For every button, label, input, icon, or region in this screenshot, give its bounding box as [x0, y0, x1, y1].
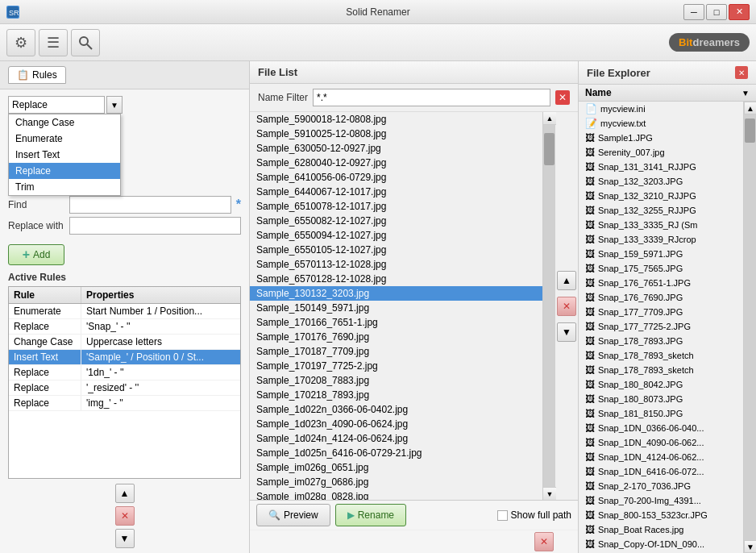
explorer-item[interactable]: 🖼Snap_178_7893_sketch — [579, 363, 743, 377]
explorer-item[interactable]: 🖼Snap_Copy-Of-1DN_090... — [579, 537, 743, 551]
explorer-item[interactable]: 🖼Serenity_007.jpg — [579, 145, 743, 160]
file-delete-button[interactable]: ✕ — [557, 297, 576, 316]
file-list-scrollbar[interactable]: ▲ ▼ — [542, 112, 555, 500]
explorer-scroll-down[interactable]: ▼ — [744, 540, 756, 553]
minimize-button[interactable]: ─ — [683, 4, 704, 20]
file-list-item[interactable]: Sample_170218_7893.jpg — [250, 388, 542, 402]
maximize-button[interactable]: □ — [706, 4, 727, 20]
explorer-item[interactable]: 🖼Snap_131_3141_RJJPG — [579, 160, 743, 174]
rules-table-row[interactable]: Change CaseUppercase letters — [9, 335, 240, 350]
file-list-item[interactable]: Sample_6510078-12-1017.jpg — [250, 199, 542, 214]
dropdown-item-replace[interactable]: Replace — [9, 163, 120, 179]
file-list-item[interactable]: Sample_6570113-12-1028.jpg — [250, 257, 542, 272]
preview-button[interactable]: 🔍 Preview — [256, 504, 330, 526]
file-list-item[interactable]: Sample_6550105-12-1027.jpg — [250, 243, 542, 257]
explorer-item[interactable]: 🖼Snap_178_7893_sketch — [579, 348, 743, 363]
explorer-item[interactable]: 🖼Snap_176_7690.JPG — [579, 290, 743, 305]
rules-table-row[interactable]: EnumerateStart Number 1 / Position... — [9, 304, 240, 319]
asterisk-button[interactable]: * — [236, 198, 241, 212]
replace-input[interactable] — [69, 217, 241, 235]
file-list-item[interactable]: Sample_6280040-12-0927.jpg — [250, 156, 542, 170]
tools-button[interactable]: ⚙ — [6, 29, 35, 56]
rules-tab-label[interactable]: 📋 Rules — [8, 66, 66, 84]
file-list-item[interactable]: Sample_170197_7725-2.jpg — [250, 359, 542, 373]
delete-rule-button[interactable]: ✕ — [115, 506, 135, 526]
explorer-item[interactable]: 🖼Snap_180_8073.JPG — [579, 392, 743, 406]
explorer-scroll-up[interactable]: ▲ — [744, 102, 756, 114]
explorer-item[interactable]: 🖼Snap_800-153_5323cr.JPG — [579, 508, 743, 522]
explorer-item[interactable]: 🖼Snap_Boat Races.jpg — [579, 522, 743, 537]
rules-table-row[interactable]: Replace'Snap_' - '' — [9, 319, 240, 335]
file-list-item[interactable]: Sample_6550082-12-1027.jpg — [250, 214, 542, 228]
file-list-item[interactable]: Sample_130132_3203.jpg — [250, 286, 542, 301]
explorer-item[interactable]: 🖼Snap_1DN_6416-06-072... — [579, 464, 743, 479]
search-button[interactable] — [71, 29, 100, 56]
explorer-item[interactable]: 📄mycview.ini — [579, 102, 743, 116]
scroll-up-arrow[interactable]: ▲ — [543, 112, 556, 125]
scroll-down-arrow[interactable]: ▼ — [543, 487, 556, 500]
move-down-button[interactable]: ▼ — [115, 529, 135, 548]
dropdown-arrow[interactable]: ▼ — [106, 96, 123, 114]
rename-button[interactable]: ▶ Rename — [335, 504, 406, 526]
file-list-item[interactable]: Sample_5910025-12-0808.jpg — [250, 127, 542, 141]
file-list-item[interactable]: Sample_170208_7883.jpg — [250, 373, 542, 388]
explorer-item[interactable]: 🖼Snap_181_8150.JPG — [579, 406, 743, 421]
move-up-button[interactable]: ▲ — [115, 484, 135, 503]
file-list-item[interactable]: Sample_1d024n_4124-06-0624.jpg — [250, 431, 542, 446]
rules-table-row[interactable]: Replace'img_' - '' — [9, 396, 240, 411]
file-list-item[interactable]: Sample_6440067-12-1017.jpg — [250, 185, 542, 199]
explorer-item[interactable]: 🖼Snap_133_3335_RJ (Sm — [579, 218, 743, 232]
explorer-item[interactable]: 🖼Snap_177_7709.JPG — [579, 305, 743, 319]
list-button[interactable]: ☰ — [39, 29, 68, 56]
explorer-item[interactable]: 🖼Snap_132_3255_RJJPG — [579, 203, 743, 218]
file-list-item[interactable]: Sample_630050-12-0927.jpg — [250, 141, 542, 156]
file-list-item[interactable]: Sample_6570128-12-1028.jpg — [250, 272, 542, 286]
explorer-item[interactable]: 🖼Snap_178_7893.JPG — [579, 334, 743, 348]
explorer-item[interactable]: 🖼Snap_1DN_0366-06-040... — [579, 421, 743, 435]
file-scroll-up-button[interactable]: ▲ — [557, 271, 576, 290]
file-list-item[interactable]: Sample_1d025n_6416-06-0729-21.jpg — [250, 446, 542, 460]
dropdown-item-enumerate[interactable]: Enumerate — [9, 131, 120, 147]
file-list-item[interactable]: Sample_im027g_0686.jpg — [250, 475, 542, 489]
file-list-item[interactable]: Sample_6550094-12-1027.jpg — [250, 228, 542, 243]
explorer-item[interactable]: 🖼Snap_180_8042.JPG — [579, 377, 743, 392]
rules-table-row[interactable]: Replace'_resized' - '' — [9, 380, 240, 396]
explorer-item[interactable]: 🖼Snap_177_7725-2.JPG — [579, 319, 743, 334]
dropdown-current[interactable]: Replace — [8, 96, 105, 114]
file-list-item[interactable]: Sample_170187_7709.jpg — [250, 344, 542, 359]
dropdown-item-change-case[interactable]: Change Case — [9, 114, 120, 131]
explorer-item[interactable]: 🖼Sample1.JPG — [579, 131, 743, 145]
explorer-item[interactable]: 🖼Snap_133_3339_RJcrop — [579, 232, 743, 247]
dropdown-item-insert-text[interactable]: Insert Text — [9, 147, 120, 163]
explorer-item[interactable]: 🖼Snap_70-200-Img_4391... — [579, 493, 743, 508]
filter-input[interactable] — [313, 89, 550, 106]
rules-table-row[interactable]: Replace'1dn_' - '' — [9, 365, 240, 380]
file-list-item[interactable]: Sample_150149_5971.jpg — [250, 301, 542, 315]
dropdown-item-trim[interactable]: Trim — [9, 179, 120, 195]
explorer-item[interactable]: 🖼Snap_175_7565.JPG — [579, 261, 743, 276]
explorer-sort-icon[interactable]: ▼ — [741, 89, 750, 98]
filter-clear-button[interactable]: ✕ — [555, 90, 570, 105]
explorer-item[interactable]: 📝mycview.txt — [579, 116, 743, 131]
file-list-item[interactable]: Sample_170166_7651-1.jpg — [250, 315, 542, 330]
file-list-item[interactable]: Sample_im028g_0828.jpg — [250, 489, 542, 500]
show-full-path-checkbox[interactable] — [497, 510, 508, 521]
explorer-item[interactable]: 🖼Snap_1DN_4090-06-062... — [579, 435, 743, 450]
rules-table-row[interactable]: Insert Text'Sample_' / Position 0 / St..… — [9, 350, 240, 365]
file-list-item[interactable]: Sample_6410056-06-0729.jpg — [250, 170, 542, 185]
close-button[interactable]: ✕ — [729, 4, 750, 20]
file-scroll-down-button[interactable]: ▼ — [557, 322, 576, 342]
find-input[interactable] — [69, 196, 231, 214]
explorer-item[interactable]: 🖼Snap_132_3210_RJJPG — [579, 189, 743, 203]
explorer-item[interactable]: 🖼Snap_159_5971.JPG — [579, 247, 743, 261]
file-list-item[interactable]: Sample_5900018-12-0808.jpg — [250, 112, 542, 127]
explorer-item[interactable]: 🖼Snap_1DN_4124-06-062... — [579, 450, 743, 464]
explorer-item[interactable]: 🖼Snap_2-170_7036.JPG — [579, 479, 743, 493]
file-list-item[interactable]: Sample_1d022n_0366-06-0402.jpg — [250, 402, 542, 417]
file-list-item[interactable]: Sample_170176_7690.jpg — [250, 330, 542, 344]
add-button[interactable]: + Add — [8, 244, 64, 265]
explorer-item[interactable]: 🖼Snap_176_7651-1.JPG — [579, 276, 743, 290]
file-list-item[interactable]: Sample_im026g_0651.jpg — [250, 460, 542, 475]
file-list-item[interactable]: Sample_1d023n_4090-06-0624.jpg — [250, 417, 542, 431]
explorer-item[interactable]: 🖼Snap_132_3203.JPG — [579, 174, 743, 189]
